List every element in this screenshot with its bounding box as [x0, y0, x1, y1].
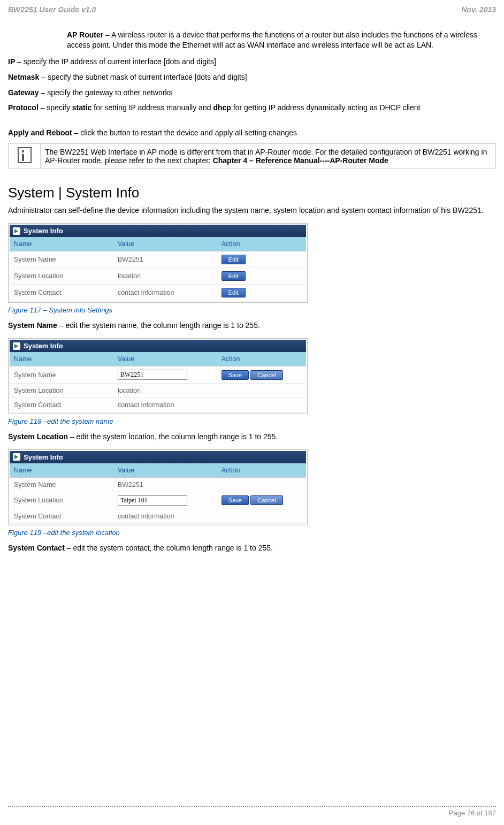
gateway-label: Gateway	[8, 88, 39, 97]
syscontact-label: System Contact	[8, 544, 65, 552]
sysloc-para: System Location – edit the system locati…	[8, 432, 496, 442]
table-row: System Location location	[10, 384, 306, 398]
arrow-icon	[13, 227, 20, 235]
col-value: Value	[113, 463, 217, 478]
page-header: BW2251 User Guide v1.0 Nov. 2013	[8, 5, 496, 14]
protocol-para: Protocol – specify static for setting IP…	[8, 103, 496, 113]
cell-name: System Name	[10, 251, 113, 268]
arrow-icon	[13, 342, 20, 350]
section-intro: Administrator can self-define the device…	[8, 205, 496, 216]
cell-value: BW2251	[113, 251, 217, 268]
table-row: System Name BW2251 Edit	[10, 251, 306, 268]
note-text-cell: The BW2251 Web Interface in AP mode is d…	[41, 144, 496, 169]
apply-para: Apply and Reboot – click the button to r…	[8, 128, 496, 138]
panel-header: System Info	[10, 225, 306, 237]
table-row: System Contact contact information	[10, 398, 306, 412]
panel-title: System Info	[24, 453, 63, 461]
cancel-button[interactable]: Cancel	[250, 495, 282, 505]
system-name-input[interactable]	[118, 370, 187, 380]
edit-button[interactable]: Edit	[222, 288, 246, 297]
ip-label: IP	[8, 57, 15, 66]
col-name: Name	[10, 237, 113, 251]
table-row: System Location Save Cancel	[10, 492, 306, 509]
info-icon	[18, 147, 32, 163]
sysloc-text: – edit the system location, the column l…	[68, 432, 278, 441]
system-location-input[interactable]	[118, 495, 187, 506]
table-row: System Location location Edit	[10, 268, 306, 285]
gateway-para: Gateway – specify the gateway to other n…	[8, 88, 496, 98]
save-button[interactable]: Save	[222, 370, 249, 380]
ip-para: IP – specify the IP address of current i…	[8, 57, 496, 67]
cancel-button[interactable]: Cancel	[250, 370, 282, 380]
ap-router-para: AP Router – A wireless router is a devic…	[67, 30, 485, 50]
cell-name: System Contact	[10, 398, 113, 412]
edit-button[interactable]: Edit	[222, 271, 246, 281]
protocol-text-2: for setting IP address manually and	[91, 103, 213, 112]
col-name: Name	[10, 352, 113, 366]
cell-value: contact information	[113, 285, 217, 301]
sysloc-label: System Location	[8, 432, 68, 441]
gateway-text: – specify the gateway to other networks	[39, 88, 173, 97]
sysname-label: System Name	[8, 321, 57, 330]
figure-caption-117: Figure 117 – System info Settings	[8, 306, 496, 314]
table-row: System Contact contact information	[10, 509, 306, 523]
sysname-para: System Name – edit the system name, the …	[8, 320, 496, 331]
figure-caption-118: Figure 118 –edit the system name	[8, 417, 496, 425]
protocol-dhcp: dhcp	[213, 103, 231, 112]
save-button[interactable]: Save	[222, 495, 249, 505]
protocol-label: Protocol	[8, 103, 39, 112]
netmask-para: Netmask – specify the subnet mask of cur…	[8, 72, 496, 82]
panel-header: System Info	[10, 340, 306, 352]
protocol-text-3: for getting IP address dynamically actin…	[231, 103, 421, 112]
panel-title: System Info	[24, 227, 63, 235]
header-left: BW2251 User Guide v1.0	[8, 5, 96, 14]
panel-title: System Info	[24, 342, 63, 350]
screenshot-fig118: System Info Name Value Action System Nam…	[8, 338, 308, 414]
screenshot-fig119: System Info Name Value Action System Nam…	[8, 449, 308, 525]
apply-label: Apply and Reboot	[8, 128, 72, 137]
syscontact-para: System Contact – edit the system contact…	[8, 543, 496, 553]
ap-router-text: – A wireless router is a device that per…	[67, 30, 477, 49]
system-info-table: Name Value Action System Name BW2251 Edi…	[10, 237, 306, 301]
netmask-label: Netmask	[8, 73, 39, 81]
page-number: Page 76 of 187	[8, 809, 496, 817]
col-value: Value	[113, 237, 217, 251]
footer-divider	[8, 806, 496, 807]
table-row: System Contact contact information Edit	[10, 285, 306, 301]
col-name: Name	[10, 463, 113, 478]
system-info-table: Name Value Action System Name BW2251 Sys…	[10, 463, 306, 524]
cell-name: System Name	[10, 366, 113, 384]
figure-caption-119: Figure 119 –edit the system location	[8, 529, 496, 537]
page-footer: Page 76 of 187	[8, 806, 496, 817]
header-right: Nov. 2013	[461, 5, 496, 14]
table-row: System Name Save Cancel	[10, 366, 306, 384]
cell-name: System Contact	[10, 509, 113, 523]
col-action: Action	[217, 352, 306, 366]
apply-text: – click the button to restart the device…	[72, 128, 297, 137]
note-box: The BW2251 Web Interface in AP mode is d…	[8, 143, 496, 169]
protocol-static: static	[72, 103, 92, 112]
cell-value: location	[113, 384, 217, 398]
table-row: System Name BW2251	[10, 477, 306, 492]
cell-value: contact information	[113, 509, 217, 523]
panel-header: System Info	[10, 451, 306, 463]
cell-name: System Location	[10, 492, 113, 509]
cell-value: contact information	[113, 398, 217, 412]
col-value: Value	[113, 352, 217, 366]
protocol-text-1: – specify	[39, 103, 72, 112]
edit-button[interactable]: Edit	[222, 255, 246, 264]
netmask-text: – specify the subnet mask of current int…	[39, 73, 247, 81]
cell-value: BW2251	[113, 477, 217, 492]
cell-name: System Contact	[10, 285, 113, 301]
ip-text: – specify the IP address of current inte…	[15, 57, 216, 66]
info-icon-cell	[9, 144, 41, 169]
sysname-text: – edit the system name, the column lengt…	[57, 321, 260, 330]
system-info-table: Name Value Action System Name Save Cance…	[10, 352, 306, 412]
syscontact-text: – edit the system contact, the column le…	[65, 544, 273, 552]
arrow-icon	[13, 453, 20, 461]
screenshot-fig117: System Info Name Value Action System Nam…	[8, 223, 308, 303]
cell-name: System Location	[10, 384, 113, 398]
cell-name: System Location	[10, 268, 113, 285]
col-action: Action	[217, 237, 306, 251]
ap-router-label: AP Router	[67, 30, 103, 39]
